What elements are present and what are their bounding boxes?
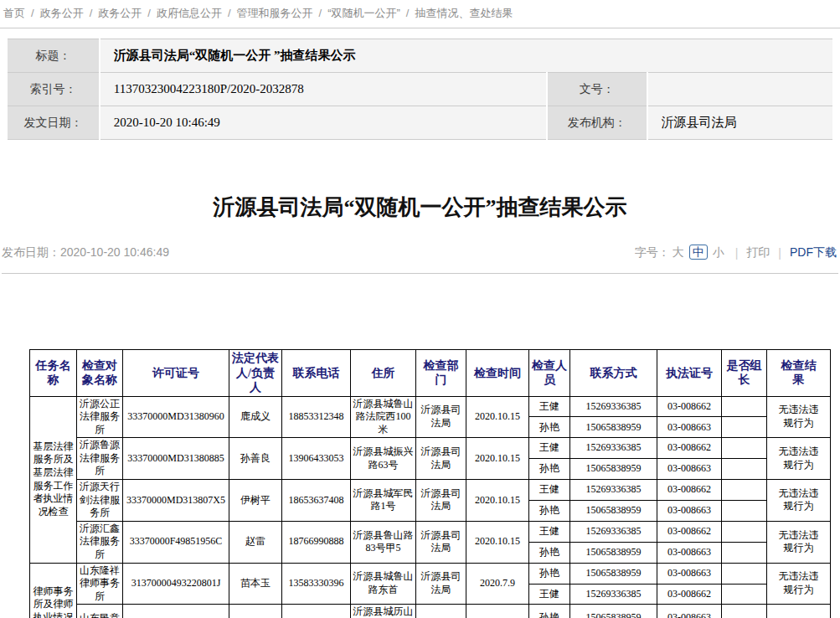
license-cell: 33370000F49851956C	[123, 521, 229, 563]
contact-cell: 15065838959	[570, 500, 657, 521]
table-row: 沂源鲁源法律服务所33370000MD31380885孙善良1390643305…	[30, 438, 831, 459]
results-table: 任务名称检查对象名称许可证号法定代表人/负责人联系电话住所检查部门检查时间检查人…	[29, 349, 831, 618]
breadcrumb-item[interactable]: 政务公开	[40, 7, 84, 19]
date-cell: 2020.7.9	[466, 605, 529, 618]
column-header: 检查人员	[529, 350, 570, 397]
breadcrumb-item[interactable]: “双随机一公开”	[327, 7, 400, 19]
inspector-name-cell: 孙艳	[529, 417, 570, 438]
leader-cell	[722, 500, 767, 521]
meta-issue-date-value: 2020-10-20 10:46:49	[100, 106, 547, 140]
date-cell: 2020.10.15	[466, 438, 529, 480]
column-header: 联系方式	[570, 350, 657, 397]
inspector-name-cell: 孙艳	[529, 542, 570, 563]
pdf-download-button[interactable]: PDF下载	[790, 245, 837, 260]
breadcrumb-item[interactable]: 管理和服务公开	[237, 7, 313, 19]
page-title: 沂源县司法局“双随机一公开”抽查结果公示	[0, 193, 840, 222]
address-cell: 沂源县城历山路49号沂源商务大厦B座16楼	[351, 605, 416, 618]
contact-cell: 15269336385	[570, 396, 657, 417]
leader-cell	[722, 563, 767, 584]
department-cell: 沂源县司法局	[416, 396, 466, 438]
contact-cell: 15065838959	[570, 542, 657, 563]
column-header: 法定代表人/负责人	[229, 350, 282, 397]
task-name-cell: 基层法律服务所及基层法律服务工作者执业情况检查	[30, 396, 77, 563]
result-cell: 无违法违规行为	[767, 563, 831, 605]
target-name-cell: 沂源鲁源法律服务所	[77, 438, 123, 480]
column-header: 住所	[351, 350, 416, 397]
breadcrumb-separator: /	[147, 7, 151, 19]
representative-cell: 孙善良	[229, 438, 282, 480]
cert-number-cell: 03-008663	[657, 605, 722, 618]
divider: |	[735, 246, 739, 260]
divider: |	[778, 246, 781, 260]
target-name-cell: 沂源公正法律服务所	[77, 396, 123, 438]
publish-date-label: 发布日期：	[2, 245, 60, 259]
inspector-name-cell: 王健	[529, 521, 570, 542]
leader-cell	[722, 438, 767, 459]
result-cell: 无违法违规行为	[767, 480, 831, 522]
publish-date-value: 2020-10-20 10:46:49	[60, 245, 169, 259]
leader-cell	[722, 396, 767, 417]
column-header: 是否组长	[722, 350, 767, 397]
breadcrumb-item[interactable]: 政府信息公开	[157, 7, 222, 19]
contact-cell: 15065838959	[570, 459, 657, 480]
leader-cell	[722, 584, 767, 605]
breadcrumb: 首页/政务公开/政务公开/政府信息公开/管理和服务公开/“双随机一公开”/抽查情…	[0, 0, 840, 28]
table-row: 基层法律服务所及基层法律服务工作者执业情况检查沂源公正法律服务所33370000…	[30, 396, 831, 417]
task-name-cell: 律师事务所及律师执业情况检查	[30, 563, 77, 618]
phone-cell: 18853312348	[282, 396, 351, 438]
department-cell: 沂源县司法局	[416, 521, 466, 563]
target-name-cell: 沂源汇鑫法律服务所	[77, 521, 123, 563]
phone-cell: 18766990888	[282, 521, 351, 563]
department-cell: 沂源县司法局	[416, 563, 466, 605]
breadcrumb-item[interactable]: 政务公开	[98, 7, 142, 19]
address-cell: 沂源县城鲁山路东首	[351, 563, 416, 605]
font-size-option[interactable]: 中	[689, 245, 708, 260]
font-size-option[interactable]: 大	[673, 245, 684, 259]
representative-cell: 赵雷	[229, 521, 282, 563]
representative-cell: 宋志民	[229, 605, 282, 618]
cert-number-cell: 03-008663	[657, 542, 722, 563]
meta-index-label: 索引号：	[7, 73, 100, 106]
leader-cell	[722, 417, 767, 438]
representative-cell: 苗本玉	[229, 563, 282, 605]
font-size-option[interactable]: 小	[713, 245, 724, 259]
department-cell: 沂源县司法局	[416, 438, 466, 480]
target-name-cell: 沂源天行剑法律服务所	[77, 480, 123, 522]
contact-cell: 15065838959	[570, 417, 657, 438]
meta-issue-date-label: 发文日期：	[7, 106, 100, 140]
results-table-body: 基层法律服务所及基层法律服务工作者执业情况检查沂源公正法律服务所33370000…	[30, 396, 831, 618]
column-header: 执法证号	[657, 350, 722, 397]
target-name-cell: 山东隆祥律师事务所	[77, 563, 123, 605]
meta-index-value: 11370323004223180P/2020-2032878	[100, 73, 547, 106]
phone-cell: 13906433053	[282, 438, 351, 480]
column-header: 任务名称	[30, 350, 77, 397]
address-cell: 沂源县城鲁山路法院西100米	[351, 396, 416, 438]
leader-cell	[722, 480, 767, 501]
divider-line	[2, 273, 838, 274]
inspector-name-cell: 王健	[529, 480, 570, 501]
font-size-options: 大中小	[670, 245, 727, 260]
result-cell: 无违法违规行为	[767, 605, 831, 618]
cert-number-cell: 03-008662	[657, 396, 722, 417]
meta-publisher-label: 发布机构：	[547, 106, 647, 140]
contact-cell: 15269336385	[570, 521, 657, 542]
article-toolbar: 发布日期：2020-10-20 10:46:49 字号： 大中小 | 打印 | …	[0, 244, 840, 262]
meta-title-value: 沂源县司法局“双随机一公开 ”抽查结果公示	[100, 39, 833, 73]
inspector-name-cell: 孙艳	[529, 605, 570, 618]
inspector-name-cell: 孙艳	[529, 500, 570, 521]
column-header: 检查对象名称	[77, 350, 123, 397]
cert-number-cell: 03-008663	[657, 563, 722, 584]
result-cell: 无违法违规行为	[767, 521, 831, 563]
cert-number-cell: 03-008662	[657, 480, 722, 501]
breadcrumb-item[interactable]: 首页	[3, 7, 25, 19]
license-cell: 31370000493220801J	[123, 563, 229, 605]
inspector-name-cell: 王健	[529, 584, 570, 605]
breadcrumb-separator: /	[31, 7, 34, 19]
breadcrumb-separator: /	[90, 7, 93, 19]
target-name-cell: 山东民意律师事务所	[77, 605, 123, 618]
license-cell: 33370000MD31380885	[123, 438, 229, 480]
phone-cell: 13583330396	[282, 563, 351, 605]
breadcrumb-separator: /	[228, 7, 231, 19]
print-button[interactable]: 打印	[746, 245, 770, 260]
result-cell: 无违法违规行为	[767, 438, 831, 480]
